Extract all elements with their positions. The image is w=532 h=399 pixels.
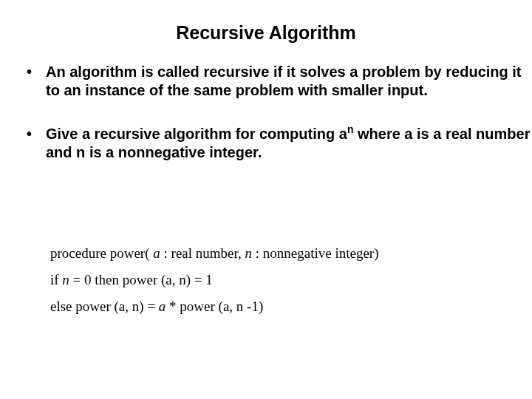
fn-name: power (123, 272, 161, 287)
pseudocode-line: else power (a, n) = a * power (a, n -1) (50, 293, 379, 320)
var-a: a (153, 245, 160, 261)
bullet-item: • Give a recursive algorithm for computi… (27, 125, 532, 162)
var-n: n (245, 245, 253, 261)
paren: ( (145, 245, 153, 261)
eq: = (144, 299, 159, 314)
bullet-dot: • (27, 63, 32, 81)
pseudocode-line: if n = 0 then power (a, n) = 1 (50, 267, 379, 293)
kw-then: then (95, 272, 122, 287)
bullet-item: • An algorithm is called recursive if it… (27, 63, 532, 100)
bullet-dot: • (27, 125, 32, 143)
type-a: : real number, (160, 245, 245, 261)
args: (a, n) (115, 299, 144, 314)
bullet-list: • An algorithm is called recursive if it… (27, 63, 532, 187)
slide-title: Recursive Algorithm (0, 22, 532, 44)
var-n: n (62, 272, 69, 287)
eq: = 0 (69, 272, 95, 287)
bullet-text: Give a recursive algorithm for computing… (46, 126, 530, 160)
op-mul: * (166, 299, 180, 314)
eq: = 1 (191, 272, 213, 287)
pseudocode-line: procedure power( a : real number, n : no… (50, 240, 379, 267)
fn-name: power (75, 299, 114, 314)
fn-name: power (180, 299, 218, 314)
args: (a, n -1) (219, 299, 264, 314)
type-n: : nonnegative integer) (252, 245, 378, 261)
bullet-text-prefix: Give a recursive algorithm for computing… (46, 126, 347, 142)
kw-else: else (50, 299, 75, 314)
args: (a, n) (161, 272, 191, 287)
slide: Recursive Algorithm • An algorithm is ca… (0, 0, 532, 399)
kw-if: if (50, 272, 62, 287)
bullet-text: An algorithm is called recursive if it s… (46, 64, 522, 98)
var-a: a (159, 299, 166, 314)
fn-name: power (106, 245, 145, 261)
kw-procedure: procedure (50, 245, 106, 261)
pseudocode-block: procedure power( a : real number, n : no… (50, 240, 379, 320)
